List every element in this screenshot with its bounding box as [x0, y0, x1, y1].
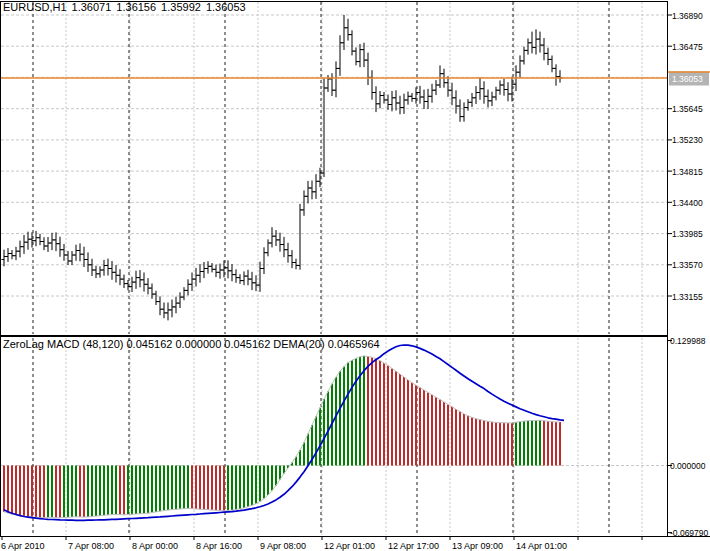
ohlc-close-value: 1.36053: [206, 1, 246, 13]
ohlc-open-value: 1.36071: [72, 1, 112, 13]
price-axis-label: 1.33155: [672, 292, 703, 302]
price-axis-label: 1.33570: [672, 260, 703, 270]
symbol-period-label: EURUSD,H1: [3, 1, 67, 13]
indicator-title: ZeroLag MACD (48,120) 0.045162 0.000000 …: [3, 338, 380, 350]
chart-canvas[interactable]: 1.360531.368901.364751.356451.352301.348…: [0, 0, 710, 551]
time-axis-label: 12 Apr 01:00: [324, 541, 375, 551]
ohlc-high-value: 1.36156: [116, 1, 156, 13]
price-axis-label: 1.34815: [672, 167, 703, 177]
time-axis-label: 13 Apr 09:00: [452, 541, 503, 551]
price-axis-label: 1.35230: [672, 135, 703, 145]
price-bars: [2, 15, 563, 320]
chart-window: 1.360531.368901.364751.356451.352301.348…: [0, 0, 710, 551]
time-axis-label: 8 Apr 00:00: [132, 541, 178, 551]
price-axis: 1.368901.364751.356451.352301.348151.344…: [668, 11, 703, 302]
time-axis-label: 14 Apr 01:00: [516, 541, 567, 551]
price-axis-label: 1.34400: [672, 198, 703, 208]
svg-text:1.36053: 1.36053: [672, 74, 703, 84]
ohlc-low-value: 1.35992: [161, 1, 201, 13]
price-axis-label: 1.36475: [672, 42, 703, 52]
indicator-axis-label: -0.069790: [670, 528, 709, 538]
indicator-axis: 0.1299880.000000-0.069790: [668, 336, 709, 538]
time-axis-label: 9 Apr 08:00: [260, 541, 306, 551]
price-header: EURUSD,H11.360711.361561.359921.36053: [3, 1, 251, 13]
time-axis-label: 6 Apr 2010: [1, 541, 45, 551]
time-axis: 6 Apr 20107 Apr 08:008 Apr 00:008 Apr 16…: [1, 537, 642, 551]
price-axis-label: 1.36890: [672, 11, 703, 21]
time-axis-label: 7 Apr 08:00: [68, 541, 114, 551]
time-axis-label: 8 Apr 16:00: [196, 541, 242, 551]
time-axis-label: 12 Apr 17:00: [388, 541, 439, 551]
indicator-axis-label: 0.129988: [670, 336, 706, 346]
macd-histogram: [4, 356, 560, 518]
current-price-label: 1.36053: [668, 72, 710, 86]
indicator-axis-label: 0.000000: [670, 461, 706, 471]
price-axis-label: 1.35645: [672, 104, 703, 114]
gridlines: [1, 2, 667, 535]
price-axis-label: 1.33985: [672, 229, 703, 239]
